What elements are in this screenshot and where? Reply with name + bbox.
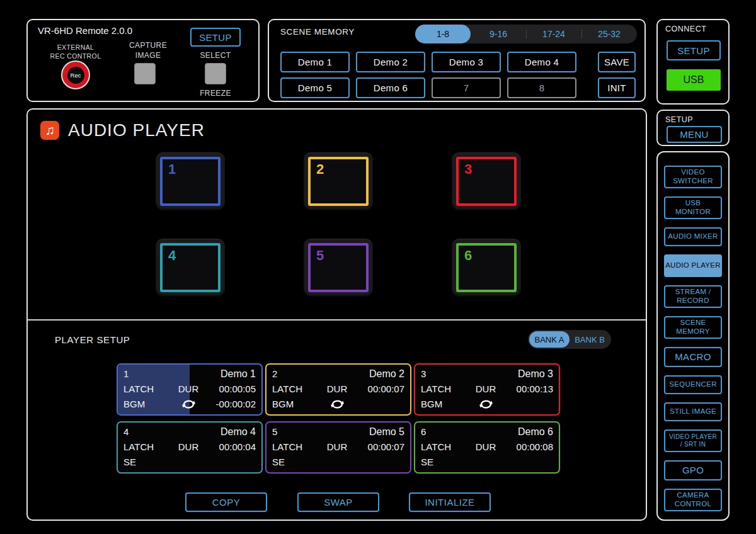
select-label: SELECT [190,50,241,60]
scene-slot-row-2: Demo 5 Demo 6 7 8 INIT [280,77,636,98]
device-panel: VR-6HD Remote 2.0.0 SETUP EXTERNAL REC C… [26,19,260,102]
sidebar-item-sequencer[interactable]: SEQUENCER [664,375,722,394]
card-duration: 00:00:07 [354,441,404,452]
card-category: BGM [123,399,171,409]
audio-pad-1[interactable]: 1 [156,152,225,210]
card-category: SE [421,457,469,467]
connect-setup-button[interactable]: SETUP [667,40,721,60]
function-sidebar: VIDEOSWITCHER USBMONITOR AUDIO MIXER AUD… [656,151,730,521]
pad-number: 2 [316,161,324,178]
scene-save-button[interactable]: SAVE [598,52,636,72]
card-mode: LATCH [272,441,320,452]
sidebar-item-macro[interactable]: MACRO [664,347,722,367]
sidebar-item-still-image[interactable]: STILL IMAGE [664,402,722,421]
card-mode: LATCH [272,383,320,394]
pad-number: 5 [316,247,324,264]
sidebar-item-audio-player[interactable]: AUDIO PLAYER [664,254,722,277]
scene-init-button[interactable]: INIT [598,77,636,98]
setup-title: SETUP [665,115,693,124]
card-dur-label: DUR [469,441,503,452]
player-card-5[interactable]: 5 Demo 5 LATCH DUR 00:00:07 SE [265,421,411,474]
player-card-6[interactable]: 6 Demo 6 LATCH DUR 00:00:08 SE [414,421,560,474]
card-number: 2 [272,368,320,379]
section-divider [28,319,646,321]
pad-number: 1 [168,161,176,178]
freeze-button[interactable] [205,63,226,84]
card-duration: 00:00:13 [503,383,553,394]
bank-a-button[interactable]: BANK A [529,331,570,348]
card-dur-label: DUR [171,441,205,452]
player-card-2[interactable]: 2 Demo 2 LATCH DUR 00:00:07 BGM [265,363,411,416]
card-name: Demo 1 [171,368,256,380]
rec-button[interactable]: Rec [61,60,90,89]
audio-pad-4[interactable]: 4 [156,239,225,297]
sidebar-item-usb-monitor[interactable]: USBMONITOR [664,196,722,219]
scene-slot-2[interactable]: Demo 2 [356,52,425,72]
card-mode: LATCH [421,441,469,452]
sidebar-item-video-switcher[interactable]: VIDEOSWITCHER [664,166,722,188]
sidebar-item-video-player-srt-in[interactable]: VIDEO PLAYER/ SRT IN [664,429,722,452]
bank-b-button[interactable]: BANK B [570,331,610,348]
tab-scenes-1-8[interactable]: 1-8 [415,25,471,43]
card-category: BGM [421,399,469,409]
audio-pad-3[interactable]: 3 [452,152,521,210]
scene-slot-5[interactable]: Demo 5 [280,77,350,98]
device-setup-button[interactable]: SETUP [190,28,241,47]
scene-memory-panel: SCENE MEMORY 1-8 9-16 17-24 25-32 Demo 1… [268,19,646,102]
swap-button[interactable]: SWAP [297,492,379,512]
pad-frame: 2 [308,157,369,206]
sidebar-item-scene-memory[interactable]: SCENEMEMORY [664,316,722,339]
scene-slot-6[interactable]: Demo 6 [356,77,425,98]
music-note-icon: ♫ [40,121,59,140]
scene-slot-7[interactable]: 7 [432,77,501,98]
copy-button[interactable]: COPY [185,492,267,512]
sidebar-item-camera-control[interactable]: CAMERACONTROL [664,489,722,511]
bank-toggle: BANK A BANK B [528,330,611,349]
card-duration: 00:00:04 [205,441,256,452]
audio-pad-6[interactable]: 6 [452,239,521,297]
initialize-button[interactable]: INITIALIZE [409,492,491,512]
scene-slot-8[interactable]: 8 [507,77,576,98]
sidebar-item-audio-mixer[interactable]: AUDIO MIXER [664,227,722,246]
usb-connect-button[interactable]: USB [667,69,721,91]
audio-player-panel: ♫ AUDIO PLAYER 1 2 3 4 5 [26,108,647,521]
loop-icon [320,399,354,409]
scene-slot-1[interactable]: Demo 1 [280,52,350,72]
app-title: VR-6HD Remote 2.0.0 [38,25,132,36]
player-card-3[interactable]: 3 Demo 3 LATCH DUR 00:00:13 BGM [414,363,560,416]
player-setup-title: PLAYER SETUP [55,334,130,345]
tab-scenes-25-32[interactable]: 25-32 [581,25,637,43]
connect-panel: CONNECT SETUP USB [656,19,730,105]
card-name: Demo 5 [320,426,404,438]
card-number: 1 [123,368,171,379]
scene-memory-tab-bar: 1-8 9-16 17-24 25-32 [415,25,637,43]
connect-title: CONNECT [665,25,706,33]
audio-pad-5[interactable]: 5 [304,239,373,297]
card-mode: LATCH [123,383,171,394]
card-category: SE [272,457,320,467]
pad-frame: 4 [160,243,220,292]
tab-scenes-9-16[interactable]: 9-16 [471,25,526,43]
pad-frame: 1 [160,157,220,206]
loop-icon [469,399,503,409]
card-dur-label: DUR [469,383,503,394]
scene-slot-4[interactable]: Demo 4 [507,52,576,72]
card-remaining-time: -00:00:02 [205,399,256,409]
card-name: Demo 6 [469,426,553,438]
audio-pad-2[interactable]: 2 [304,152,373,210]
scene-slot-3[interactable]: Demo 3 [432,52,501,72]
player-card-1[interactable]: 1 Demo 1 LATCH DUR 00:00:05 BGM [117,363,263,416]
pad-frame: 5 [308,243,369,292]
card-dur-label: DUR [171,383,205,394]
card-number: 5 [272,426,320,437]
card-duration: 00:00:05 [205,383,256,394]
card-mode: LATCH [421,383,469,394]
audio-player-header: ♫ AUDIO PLAYER [40,120,205,140]
sidebar-item-gpo[interactable]: GPO [664,460,722,480]
capture-image-button[interactable] [134,63,156,84]
player-card-4[interactable]: 4 Demo 4 LATCH DUR 00:00:04 SE [117,421,263,474]
menu-button[interactable]: MENU [667,126,722,143]
pad-number: 6 [464,247,472,264]
sidebar-item-stream-record[interactable]: STREAM /RECORD [664,285,722,308]
tab-scenes-17-24[interactable]: 17-24 [526,25,581,43]
